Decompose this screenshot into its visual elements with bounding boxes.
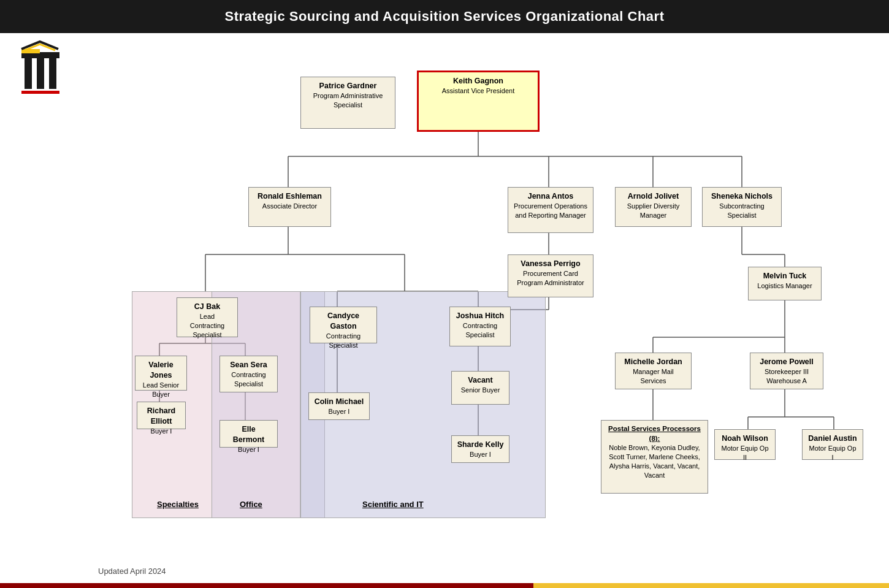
footer-bar	[0, 583, 889, 588]
box-noah: Noah Wilson Motor Equip Op II	[714, 429, 776, 460]
box-joshua: Joshua Hitch Contracting Specialist	[449, 307, 511, 346]
box-sharde: Sharde Kelly Buyer I	[451, 435, 509, 463]
box-jenna: Jenna Antos Procurement Operations and R…	[508, 187, 593, 233]
office-label: Office	[240, 500, 262, 509]
box-elle: Elle Bermont Buyer I	[219, 420, 278, 448]
box-colin: Colin Michael Buyer I	[308, 392, 370, 420]
svg-rect-5	[21, 91, 59, 94]
box-valerie: Valerie Jones Lead Senior Buyer	[135, 356, 187, 391]
box-sean: Sean Sera Contracting Specialist	[219, 356, 278, 392]
box-cj: CJ Bak Lead Contracting Specialist	[177, 297, 238, 337]
svg-rect-2	[49, 55, 56, 89]
org-chart: Specialties Office Scientific and IT Kei…	[98, 37, 889, 551]
box-sheneka: Sheneka Nichols Subcontracting Specialis…	[702, 187, 782, 227]
specialties-label: Specialties	[157, 500, 199, 509]
box-vanessa: Vanessa Perrigo Procurement Card Program…	[508, 254, 593, 297]
box-candyce: Candyce Gaston Contracting Specialist	[310, 307, 377, 343]
page-title: Strategic Sourcing and Acquisition Servi…	[0, 0, 889, 33]
logo	[12, 37, 92, 116]
title-text: Strategic Sourcing and Acquisition Servi…	[225, 9, 665, 24]
box-keith: Keith Gagnon Assistant Vice President	[417, 71, 540, 132]
svg-rect-4	[21, 49, 40, 53]
footer-text: Updated April 2024	[98, 567, 166, 576]
svg-rect-0	[25, 55, 32, 89]
box-arnold: Arnold Jolivet Supplier Diversity Manage…	[615, 187, 692, 227]
box-melvin: Melvin Tuck Logistics Manager	[748, 267, 822, 300]
box-vacant: Vacant Senior Buyer	[451, 371, 509, 405]
box-jerome: Jerome Powell Storekeeper III Warehouse …	[750, 353, 823, 389]
svg-rect-1	[37, 55, 44, 89]
box-postal: Postal Services Processors (8): Noble Br…	[601, 420, 708, 494]
box-patrice: Patrice Gardner Program Administrative S…	[300, 77, 395, 129]
box-ronald: Ronald Eshleman Associate Director	[248, 187, 331, 227]
box-daniel: Daniel Austin Motor Equip Op I	[802, 429, 863, 460]
box-michelle: Michelle Jordan Manager Mail Services	[615, 353, 692, 389]
box-richard: Richard Elliott Buyer I	[137, 402, 186, 429]
scientific-label: Scientific and IT	[362, 500, 424, 509]
